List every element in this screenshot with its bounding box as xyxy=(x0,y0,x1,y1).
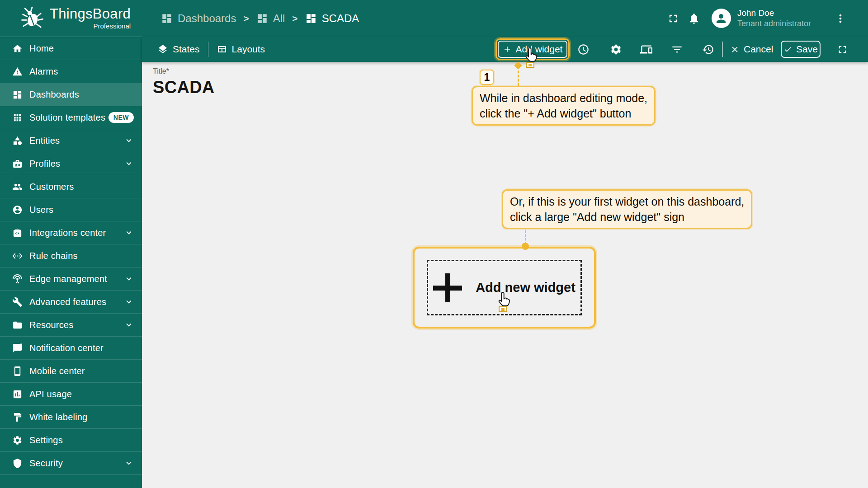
build-icon xyxy=(12,297,23,307)
chevron-down-icon[interactable] xyxy=(124,228,134,238)
assessment-icon xyxy=(12,389,23,399)
sidebar-item-customers[interactable]: Customers xyxy=(0,175,142,198)
sidebar-item-profiles[interactable]: Profiles xyxy=(0,152,142,175)
header-actions: John Doe Tenant administrator xyxy=(663,8,868,28)
user-name: John Doe xyxy=(737,8,811,19)
sidebar-item-users[interactable]: Users xyxy=(0,198,142,221)
save-button[interactable]: Save xyxy=(781,41,821,58)
cancel-label: Cancel xyxy=(744,44,773,55)
sidebar-item-notification-center[interactable]: Notification center xyxy=(0,337,142,360)
add-widget-label: Add widget xyxy=(516,44,563,55)
sidebar-item-mobile-center[interactable]: Mobile center xyxy=(0,360,142,383)
filters-button[interactable] xyxy=(666,40,687,58)
breadcrumb-item-scada[interactable]: SCADA xyxy=(305,12,359,25)
sidebar-item-security[interactable]: Security xyxy=(0,452,142,475)
sidebar-item-resources[interactable]: Resources xyxy=(0,314,142,337)
chevron-down-icon[interactable] xyxy=(124,136,134,145)
chevron-down-icon[interactable] xyxy=(124,274,134,284)
close-icon xyxy=(730,45,740,54)
connector-dot xyxy=(522,243,529,250)
top-header: ThingsBoard Professional Dashboards > Al… xyxy=(0,0,868,37)
thingsboard-app: ThingsBoard Professional Dashboards > Al… xyxy=(0,0,868,488)
title-field-label: Title* xyxy=(153,67,868,75)
add-new-widget-label: Add new widget xyxy=(476,280,576,295)
gear-icon xyxy=(610,43,622,56)
states-button[interactable]: States xyxy=(157,44,200,55)
sidebar-item-alarms[interactable]: Alarms xyxy=(0,60,142,83)
sidebar-item-white-labeling[interactable]: White labeling xyxy=(0,406,142,429)
cancel-button[interactable]: Cancel xyxy=(730,40,773,58)
tutorial-step-badge: 1 xyxy=(480,70,494,85)
paint-icon xyxy=(12,412,23,422)
logo[interactable]: ThingsBoard Professional xyxy=(0,6,142,31)
add-new-widget-button[interactable]: Add new widget xyxy=(427,260,582,315)
person-icon xyxy=(714,12,728,25)
timewindow-button[interactable] xyxy=(573,40,594,58)
breadcrumb-item-dashboards[interactable]: Dashboards xyxy=(161,12,236,25)
version-control-button[interactable] xyxy=(698,40,718,58)
chat-icon xyxy=(12,343,23,353)
add-new-widget-highlight-ring: Add new widget xyxy=(413,247,596,328)
plus-icon xyxy=(503,45,512,54)
layouts-label: Layouts xyxy=(232,44,265,55)
tutorial-callout-add-new-widget: Or, if this is your first widget on this… xyxy=(502,189,752,229)
sidebar-item-solution-templates[interactable]: Solution templates NEW xyxy=(0,106,142,129)
breadcrumb-separator: > xyxy=(243,13,249,24)
callout-line: Or, if this is your first widget on this… xyxy=(510,194,744,209)
avatar[interactable] xyxy=(712,9,731,28)
sidebar-item-dashboards[interactable]: Dashboards xyxy=(0,83,142,106)
sidebar-item-home[interactable]: Home xyxy=(0,37,142,60)
history-icon xyxy=(702,43,714,56)
chevron-down-icon[interactable] xyxy=(124,159,134,169)
layout-icon xyxy=(217,44,227,55)
dashboard-icon xyxy=(305,13,317,24)
clock-icon xyxy=(577,43,590,56)
chevron-down-icon[interactable] xyxy=(124,458,134,468)
layouts-button[interactable]: Layouts xyxy=(217,44,265,55)
dashboard-icon xyxy=(256,13,268,24)
callout-line: While in dashboard editing mode, xyxy=(480,90,647,106)
sidebar-item-settings[interactable]: Settings xyxy=(0,429,142,452)
sidebar-item-api-usage[interactable]: API usage xyxy=(0,383,142,406)
breadcrumb-item-all[interactable]: All xyxy=(256,12,285,25)
add-widget-highlight-ring: Add widget xyxy=(495,38,570,60)
devices-icon xyxy=(640,43,652,56)
filter-icon xyxy=(671,43,683,56)
code-icon xyxy=(12,251,23,261)
shield-icon xyxy=(12,458,23,469)
dashboard-settings-button[interactable] xyxy=(605,40,626,58)
sidebar-item-integrations-center[interactable]: Integrations center xyxy=(0,221,142,244)
people-icon xyxy=(12,182,23,192)
warning-icon xyxy=(12,66,23,77)
sidebar-item-edge-management[interactable]: Edge management xyxy=(0,267,142,291)
new-badge: NEW xyxy=(108,112,134,123)
toolbar-divider xyxy=(722,42,723,57)
chevron-down-icon[interactable] xyxy=(124,320,134,330)
callout-line: click the "+ Add widget" button xyxy=(480,106,647,121)
bell-icon xyxy=(688,12,700,25)
entity-aliases-button[interactable] xyxy=(636,40,656,58)
profiles-icon xyxy=(12,159,23,169)
add-widget-button[interactable]: Add widget xyxy=(498,41,567,58)
notifications-button[interactable] xyxy=(684,8,704,29)
breadcrumb: Dashboards > All > SCADA xyxy=(161,12,359,25)
fullscreen-button[interactable] xyxy=(663,8,684,29)
sidebar: Home Alarms Dashboards Solution template… xyxy=(0,37,142,488)
toolbar-separator xyxy=(208,42,208,57)
connector-line-1 xyxy=(518,66,519,86)
account-icon xyxy=(12,205,23,215)
sidebar-item-advanced-features[interactable]: Advanced features xyxy=(0,291,142,314)
layers-icon xyxy=(157,44,168,55)
toolbar-fullscreen-button[interactable] xyxy=(832,40,853,58)
antenna-icon xyxy=(12,274,23,284)
callout-line: click a large "Add new widget" sign xyxy=(510,209,744,225)
dashboard-toolbar: States Layouts Add widget xyxy=(142,37,868,62)
user-menu-button[interactable] xyxy=(830,8,851,29)
gear-icon xyxy=(12,435,23,446)
sidebar-item-rule-chains[interactable]: Rule chains xyxy=(0,244,142,267)
tutorial-callout-add-widget: While in dashboard editing mode, click t… xyxy=(472,86,656,126)
sidebar-item-entities[interactable]: Entities xyxy=(0,129,142,152)
logo-subtitle: Professional xyxy=(94,23,131,30)
chevron-down-icon[interactable] xyxy=(124,297,134,307)
plus-icon xyxy=(433,273,462,302)
